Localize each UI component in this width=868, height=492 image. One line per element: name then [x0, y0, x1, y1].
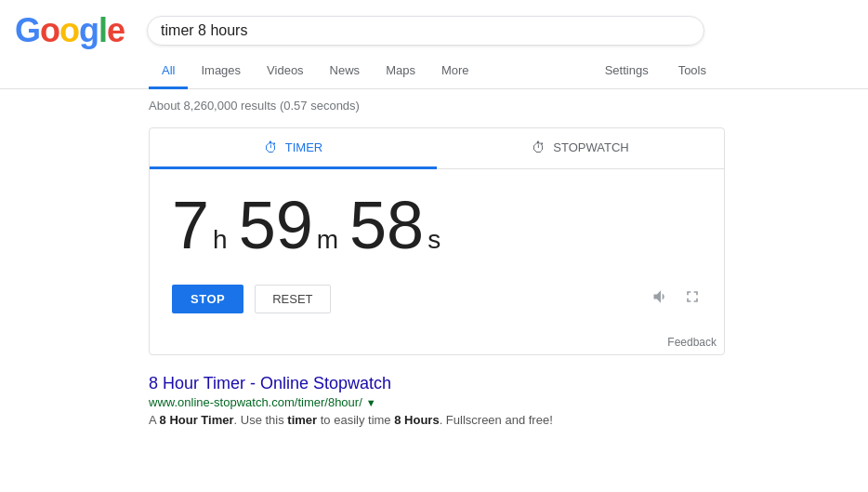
tab-images[interactable]: Images: [188, 54, 254, 89]
widget-tab-timer[interactable]: ⏱ TIMER: [150, 128, 437, 169]
result-url-row: www.online-stopwatch.com/timer/8hour/ ▼: [149, 395, 719, 409]
tab-all[interactable]: All: [149, 54, 188, 89]
volume-icon[interactable]: [651, 287, 670, 311]
feedback-label[interactable]: Feedback: [667, 336, 717, 349]
timer-controls: STOP RESET: [172, 285, 702, 313]
timer-hours: 7: [172, 192, 209, 259]
tab-settings[interactable]: Settings: [592, 54, 662, 89]
timer-body: 7 h 59 m 58 s STOP RESET: [150, 169, 724, 332]
timer-tab-icon: ⏱: [264, 140, 278, 155]
stopwatch-tab-icon: ⏱: [532, 140, 546, 155]
tab-news[interactable]: News: [317, 54, 374, 89]
timer-display: 7 h 59 m 58 s: [172, 192, 702, 259]
timer-seconds-unit: s: [427, 225, 441, 255]
google-logo: Google: [15, 11, 125, 50]
timer-minutes-unit: m: [317, 225, 338, 255]
tab-tools[interactable]: Tools: [665, 54, 719, 89]
search-bar: [147, 16, 704, 46]
tab-videos[interactable]: Videos: [254, 54, 317, 89]
stop-button[interactable]: STOP: [172, 285, 243, 313]
header: Google: [0, 0, 868, 50]
reset-button[interactable]: RESET: [255, 285, 330, 313]
timer-tab-label: TIMER: [285, 140, 322, 154]
nav-tabs: All Images Videos News Maps More Setting…: [0, 54, 868, 89]
result-snippet: A 8 Hour Timer. Use this timer to easily…: [149, 411, 719, 430]
results-count: About 8,260,000 results (0.57 seconds): [149, 99, 719, 113]
widget-card: ⏱ TIMER ⏱ STOPWATCH 7 h 59 m 58 s STOP R…: [149, 127, 725, 355]
result-url: www.online-stopwatch.com/timer/8hour/: [149, 395, 362, 409]
feedback-row: Feedback: [150, 332, 724, 354]
fullscreen-icon[interactable]: [683, 287, 702, 311]
timer-seconds: 58: [349, 192, 424, 259]
search-result: 8 Hour Timer - Online Stopwatch www.onli…: [149, 374, 719, 430]
tab-maps[interactable]: Maps: [373, 54, 428, 89]
results-area: About 8,260,000 results (0.57 seconds) ⏱…: [0, 89, 868, 439]
timer-hours-unit: h: [213, 225, 228, 255]
search-input[interactable]: [161, 22, 674, 39]
widget-tab-stopwatch[interactable]: ⏱ STOPWATCH: [437, 128, 724, 169]
result-url-arrow: ▼: [366, 397, 376, 408]
timer-minutes: 59: [239, 192, 313, 259]
tab-more[interactable]: More: [428, 54, 482, 89]
timer-util-icons: [651, 287, 702, 311]
result-title[interactable]: 8 Hour Timer - Online Stopwatch: [149, 374, 391, 392]
nav-right: Settings Tools: [592, 54, 719, 88]
widget-tabs: ⏱ TIMER ⏱ STOPWATCH: [150, 128, 724, 169]
search-icons: [681, 23, 690, 38]
stopwatch-tab-label: STOPWATCH: [553, 140, 628, 154]
